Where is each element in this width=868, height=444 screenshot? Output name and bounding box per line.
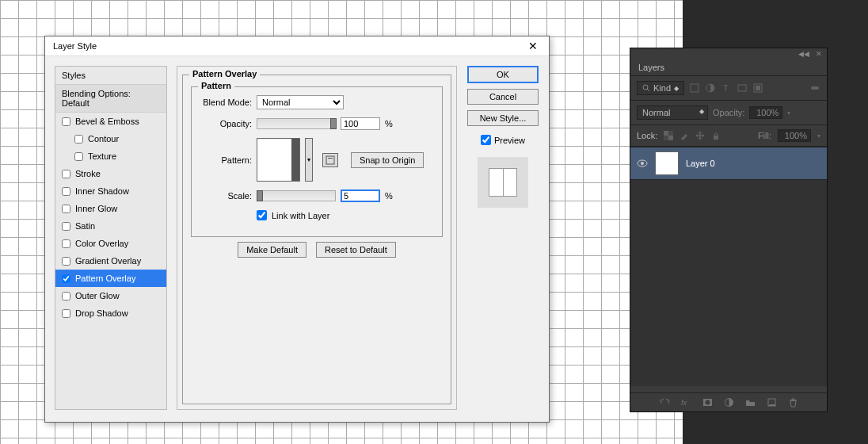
style-item-contour[interactable]: Contour [55, 130, 166, 147]
layer-thumbnail[interactable] [656, 152, 678, 174]
layers-empty-area [630, 180, 827, 386]
style-item-pattern-overlay[interactable]: Pattern Overlay [55, 270, 166, 287]
preview-thumbnail [478, 157, 528, 208]
new-pattern-icon[interactable] [322, 153, 338, 167]
pattern-overlay-label: Pattern Overlay [189, 69, 260, 78]
layer-row[interactable]: Layer 0 [630, 147, 827, 180]
style-checkbox[interactable] [74, 135, 83, 144]
reset-default-button[interactable]: Reset to Default [316, 242, 396, 258]
style-checkbox[interactable] [62, 117, 70, 126]
filter-smart-icon[interactable] [752, 82, 763, 94]
filter-type-icon[interactable]: T [721, 82, 732, 94]
style-item-label: Stroke [75, 169, 101, 178]
layers-tab[interactable]: Layers [630, 59, 827, 76]
delete-icon[interactable] [788, 397, 798, 408]
style-item-drop-shadow[interactable]: Drop Shadow [55, 304, 166, 322]
svg-rect-0 [326, 156, 334, 164]
svg-rect-1 [328, 158, 333, 159]
style-item-inner-shadow[interactable]: Inner Shadow [55, 182, 166, 200]
filter-pixel-icon[interactable] [689, 82, 700, 94]
style-item-label: Inner Shadow [75, 186, 129, 196]
opacity-input[interactable] [341, 117, 380, 130]
style-checkbox[interactable] [62, 170, 70, 178]
filter-toggle-icon[interactable] [809, 82, 820, 94]
pattern-swatch[interactable] [257, 138, 300, 182]
layer-blend-select[interactable]: Normal◆ [637, 105, 708, 120]
scale-unit: % [385, 191, 393, 201]
fill-label: Fill: [758, 131, 771, 140]
panel-collapse-icons[interactable]: ◀◀✕ [630, 48, 827, 59]
style-item-label: Outer Glow [75, 291, 120, 300]
scale-slider[interactable] [257, 190, 336, 201]
lock-brush-icon[interactable] [680, 131, 689, 140]
blend-mode-select[interactable]: Normal [257, 95, 344, 109]
style-checkbox[interactable] [74, 152, 83, 161]
lock-transparency-icon[interactable] [664, 131, 673, 140]
layers-panel: ◀◀✕ Layers Kind ◆ T Normal◆ Opacity: 100… [630, 48, 828, 412]
style-checkbox[interactable] [62, 239, 70, 248]
pattern-inner-label: Pattern [198, 81, 234, 90]
style-item-label: Pattern Overlay [75, 274, 135, 283]
cancel-button[interactable]: Cancel [467, 89, 539, 105]
group-icon[interactable] [745, 397, 756, 408]
filter-kind-select[interactable]: Kind ◆ [637, 81, 684, 95]
link-layers-icon[interactable] [660, 397, 670, 408]
link-with-layer-label: Link with Layer [272, 211, 329, 220]
style-item-label: Gradient Overlay [75, 256, 141, 266]
blend-mode-label: Blend Mode: [198, 98, 252, 107]
lock-all-icon[interactable] [711, 131, 721, 140]
ok-button[interactable]: OK [467, 66, 539, 83]
style-item-texture[interactable]: Texture [55, 147, 166, 165]
style-item-color-overlay[interactable]: Color Overlay [55, 235, 166, 252]
style-item-gradient-overlay[interactable]: Gradient Overlay [55, 252, 166, 270]
fill-input[interactable]: 100% [778, 129, 811, 142]
mask-icon[interactable] [702, 397, 713, 408]
blending-options[interactable]: Blending Options: Default [55, 85, 166, 113]
style-checkbox[interactable] [62, 222, 70, 231]
visibility-icon[interactable] [637, 158, 648, 169]
svg-rect-7 [738, 85, 746, 91]
svg-line-3 [647, 89, 649, 91]
adjustment-icon[interactable] [724, 397, 734, 408]
style-checkbox[interactable] [62, 205, 70, 213]
layer-name[interactable]: Layer 0 [686, 159, 715, 168]
svg-point-19 [705, 400, 710, 405]
link-with-layer-checkbox[interactable] [257, 210, 267, 220]
style-checkbox[interactable] [62, 274, 70, 283]
styles-header[interactable]: Styles [55, 67, 166, 85]
layer-opacity-input[interactable]: 100% [749, 106, 782, 119]
style-item-outer-glow[interactable]: Outer Glow [55, 287, 166, 304]
close-icon[interactable]: ✕ [525, 40, 541, 52]
svg-rect-10 [811, 86, 819, 90]
pattern-dropdown-icon[interactable]: ▾ [305, 138, 313, 182]
lock-move-icon[interactable] [695, 131, 705, 140]
dialog-title: Layer Style [53, 41, 97, 51]
style-checkbox[interactable] [62, 257, 70, 266]
lock-label: Lock: [637, 131, 657, 140]
dialog-actions: OK Cancel New Style... Preview [466, 66, 539, 410]
fx-icon[interactable]: fx [681, 397, 691, 408]
style-item-label: Drop Shadow [75, 308, 128, 318]
search-icon [642, 84, 650, 92]
style-checkbox[interactable] [62, 187, 70, 196]
scale-label: Scale: [198, 191, 252, 201]
filter-adjust-icon[interactable] [705, 82, 716, 94]
snap-to-origin-button[interactable]: Snap to Origin [351, 152, 424, 168]
style-item-stroke[interactable]: Stroke [55, 165, 166, 182]
style-item-satin[interactable]: Satin [55, 217, 166, 235]
new-style-button[interactable]: New Style... [467, 110, 539, 126]
new-layer-icon[interactable] [767, 397, 777, 408]
style-checkbox[interactable] [62, 309, 70, 318]
style-checkbox[interactable] [62, 292, 70, 300]
opacity-unit: % [385, 119, 393, 128]
style-item-inner-glow[interactable]: Inner Glow [55, 200, 166, 217]
opacity-slider[interactable] [257, 118, 336, 129]
make-default-button[interactable]: Make Default [238, 242, 306, 258]
filter-shape-icon[interactable] [737, 82, 748, 94]
style-item-bevel-emboss[interactable]: Bevel & Emboss [55, 113, 166, 130]
preview-checkbox[interactable] [481, 135, 491, 145]
dialog-titlebar[interactable]: Layer Style ✕ [45, 36, 549, 56]
scale-input[interactable] [341, 189, 380, 202]
options-panel: Pattern Overlay Pattern Blend Mode: Norm… [177, 66, 457, 410]
opacity-label: Opacity: [198, 119, 252, 128]
